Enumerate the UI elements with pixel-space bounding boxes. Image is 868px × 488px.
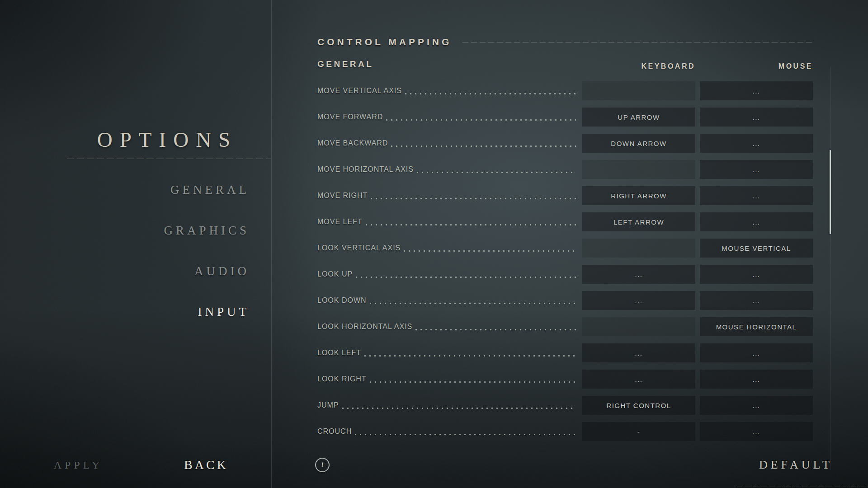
mouse-binding[interactable]: ... [700, 108, 813, 127]
mouse-binding[interactable]: ... [700, 81, 813, 100]
mapping-row: MOVE RIGHT RIGHT ARROW ... [317, 186, 813, 205]
mouse-binding[interactable]: ... [700, 396, 813, 415]
sidebar-item-label: INPUT [198, 305, 250, 319]
title-divider [67, 159, 271, 159]
column-header-row: GENERAL KEYBOARD MOUSE [317, 58, 813, 70]
sidebar-item-graphics[interactable]: GRAPHICS [0, 223, 250, 238]
keyboard-column-header: KEYBOARD [582, 62, 695, 70]
dotted-leader [415, 329, 576, 331]
keyboard-binding[interactable]: RIGHT CONTROL [582, 396, 695, 415]
page-title: OPTIONS [68, 127, 267, 152]
action-label: MOVE BACKWARD [317, 139, 388, 147]
mapping-row: LOOK UP ... ... [317, 265, 813, 284]
mapping-rows: MOVE VERTICAL AXIS ... MOVE FORWARD UP A… [317, 81, 813, 448]
action-label: MOVE VERTICAL AXIS [317, 87, 402, 95]
keyboard-binding[interactable] [582, 81, 695, 100]
action-label-cell: LOOK RIGHT [317, 370, 578, 389]
action-label: MOVE HORIZONTAL AXIS [317, 165, 414, 174]
keyboard-binding[interactable] [582, 239, 695, 258]
dotted-leader [366, 224, 576, 226]
mouse-binding[interactable]: MOUSE HORIZONTAL [700, 317, 813, 336]
next-section-rule [737, 487, 868, 487]
mouse-binding[interactable]: ... [700, 343, 813, 362]
action-label: JUMP [317, 401, 339, 409]
mapping-row: LOOK VERTICAL AXIS MOUSE VERTICAL [317, 239, 813, 258]
action-label: MOVE LEFT [317, 218, 363, 226]
heading-rule [462, 42, 813, 42]
keyboard-binding[interactable]: - [582, 422, 695, 441]
mapping-row: LOOK RIGHT ... ... [317, 370, 813, 389]
mouse-binding[interactable]: ... [700, 212, 813, 231]
keyboard-binding[interactable]: UP ARROW [582, 108, 695, 127]
options-screen: OPTIONS GENERAL GRAPHICS AUDIO INPUT APP… [0, 0, 868, 488]
mapping-row: MOVE LEFT LEFT ARROW ... [317, 212, 813, 231]
dotted-leader [405, 93, 576, 95]
action-label: MOVE RIGHT [317, 192, 368, 200]
sidebar-item-input[interactable]: INPUT [0, 305, 250, 319]
sidebar-nav: GENERAL GRAPHICS AUDIO INPUT [0, 183, 250, 345]
section-heading: GENERAL [317, 59, 578, 69]
action-label: MOVE FORWARD [317, 113, 383, 121]
keyboard-binding[interactable]: ... [582, 370, 695, 389]
keyboard-binding[interactable]: DOWN ARROW [582, 134, 695, 153]
action-label-cell: MOVE FORWARD [317, 108, 578, 127]
control-mapping-panel: CONTROL MAPPING GENERAL KEYBOARD MOUSE M… [271, 0, 868, 488]
scrollbar-thumb[interactable] [830, 150, 831, 234]
action-label: LOOK DOWN [317, 296, 367, 305]
mapping-row: LOOK LEFT ... ... [317, 343, 813, 362]
dotted-leader [342, 408, 576, 409]
scrollbar-track[interactable] [830, 67, 830, 470]
keyboard-binding[interactable]: RIGHT ARROW [582, 186, 695, 205]
dotted-leader [417, 172, 576, 174]
keyboard-binding[interactable]: ... [582, 265, 695, 284]
info-button[interactable]: i [315, 458, 330, 472]
mouse-binding[interactable]: ... [700, 160, 813, 179]
action-label-cell: LOOK VERTICAL AXIS [317, 239, 578, 258]
keyboard-binding[interactable]: LEFT ARROW [582, 212, 695, 231]
mapping-row: MOVE FORWARD UP ARROW ... [317, 108, 813, 127]
action-label-cell: MOVE HORIZONTAL AXIS [317, 160, 578, 179]
sidebar-item-label: GRAPHICS [164, 224, 250, 237]
dotted-leader [370, 303, 576, 305]
action-label: LOOK HORIZONTAL AXIS [317, 323, 412, 331]
action-label-cell: MOVE BACKWARD [317, 134, 578, 153]
dotted-leader [355, 434, 576, 436]
action-label-cell: LOOK DOWN [317, 291, 578, 310]
sidebar-item-label: AUDIO [194, 264, 250, 278]
mouse-binding[interactable]: MOUSE VERTICAL [700, 239, 813, 258]
dotted-leader [371, 198, 576, 200]
mouse-binding[interactable]: ... [700, 370, 813, 389]
mouse-binding[interactable]: ... [700, 134, 813, 153]
keyboard-binding[interactable] [582, 160, 695, 179]
info-icon: i [321, 460, 324, 469]
action-label: CROUCH [317, 427, 352, 436]
mouse-binding[interactable]: ... [700, 186, 813, 205]
keyboard-binding[interactable]: ... [582, 343, 695, 362]
sidebar-item-audio[interactable]: AUDIO [0, 264, 250, 278]
dotted-leader [386, 119, 576, 121]
action-label: LOOK RIGHT [317, 375, 367, 383]
sidebar-item-label: GENERAL [170, 183, 250, 197]
mouse-binding[interactable]: ... [700, 422, 813, 441]
dotted-leader [370, 381, 576, 383]
action-label: LOOK VERTICAL AXIS [317, 244, 401, 252]
apply-button[interactable]: APPLY [45, 457, 111, 473]
keyboard-binding[interactable] [582, 317, 695, 336]
mouse-binding[interactable]: ... [700, 291, 813, 310]
mouse-binding[interactable]: ... [700, 265, 813, 284]
action-label-cell: LOOK LEFT [317, 343, 578, 362]
mapping-row: JUMP RIGHT CONTROL ... [317, 396, 813, 415]
action-label-cell: JUMP [317, 396, 578, 415]
mapping-row: MOVE HORIZONTAL AXIS ... [317, 160, 813, 179]
mouse-column-header: MOUSE [700, 62, 813, 70]
mapping-row: LOOK HORIZONTAL AXIS MOUSE HORIZONTAL [317, 317, 813, 336]
dotted-leader [356, 277, 576, 278]
back-button[interactable]: BACK [176, 457, 236, 473]
mapping-row: MOVE BACKWARD DOWN ARROW ... [317, 134, 813, 153]
action-label-cell: LOOK HORIZONTAL AXIS [317, 317, 578, 336]
action-label-cell: MOVE LEFT [317, 212, 578, 231]
sidebar-item-general[interactable]: GENERAL [0, 183, 250, 197]
default-button[interactable]: DEFAULT [759, 457, 833, 473]
mapping-row: CROUCH - ... [317, 422, 813, 441]
keyboard-binding[interactable]: ... [582, 291, 695, 310]
